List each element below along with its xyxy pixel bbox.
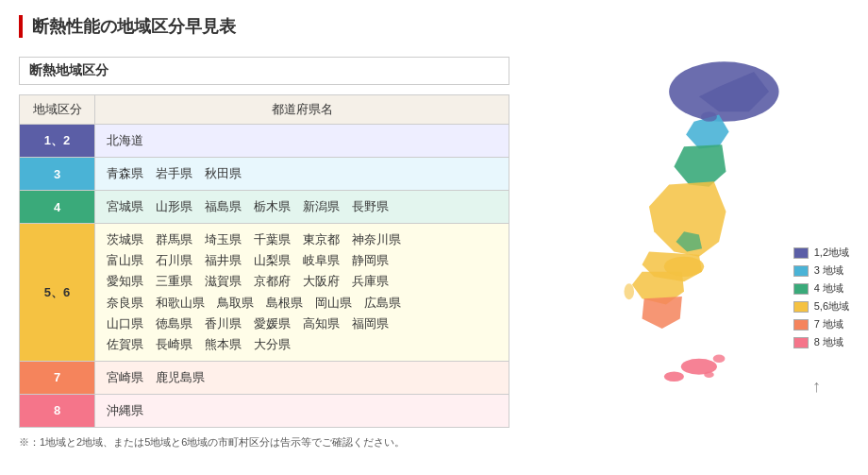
- region-cell: 7: [20, 361, 95, 394]
- legend-color-box: [793, 265, 809, 277]
- section-header: 断熱地域区分: [19, 57, 509, 85]
- legend-label: 5,6地域: [814, 299, 849, 314]
- svg-point-10: [664, 257, 704, 277]
- prefecture-cell: 北海道: [95, 125, 509, 158]
- prefecture-cell: 宮崎県 鹿児島県: [95, 361, 509, 394]
- svg-marker-7: [643, 297, 682, 329]
- prefecture-cell: 青森県 岩手県 秋田県: [95, 158, 509, 191]
- legend-item: 8 地域: [793, 335, 849, 349]
- col-header-prefecture: 都道府県名: [95, 95, 509, 125]
- table-row-row-8: 8沖縄県: [20, 394, 509, 427]
- legend-label: 1,2地域: [814, 246, 849, 260]
- region-cell: 4: [20, 191, 95, 224]
- left-panel: 断熱地域区分 地域区分 都道府県名 1、2北海道3青森県 岩手県 秋田県4宮城県…: [19, 57, 509, 450]
- table-row-row-4: 4宮城県 山形県 福島県 栃木県 新潟県 長野県: [20, 191, 509, 224]
- legend-item: 1,2地域: [793, 246, 849, 260]
- table-row-row-56: 5、6茨城県 群馬県 埼玉県 千葉県 東京都 神奈川県 富山県 石川県 福井県 …: [20, 224, 509, 362]
- map-container: ↑: [547, 57, 830, 406]
- legend-item: 3 地域: [793, 263, 849, 278]
- table-row-row-3: 3青森県 岩手県 秋田県: [20, 158, 509, 191]
- content-area: 断熱地域区分 地域区分 都道府県名 1、2北海道3青森県 岩手県 秋田県4宮城県…: [19, 57, 849, 450]
- table-row-row-7: 7宮崎県 鹿児島県: [20, 361, 509, 394]
- region-cell: 5、6: [20, 224, 95, 362]
- legend-label: 3 地域: [814, 263, 843, 278]
- legend-item: 4 地域: [793, 281, 849, 296]
- svg-point-9: [664, 372, 684, 382]
- japan-map: [547, 57, 821, 397]
- region-table: 地域区分 都道府県名 1、2北海道3青森県 岩手県 秋田県4宮城県 山形県 福島…: [19, 94, 509, 428]
- footnote: ※：1地域と2地域、または5地域と6地域の市町村区分は告示等でご確認ください。: [19, 435, 509, 450]
- prefecture-cell: 沖縄県: [95, 394, 509, 427]
- legend-color-box: [793, 337, 809, 348]
- legend-color-box: [793, 283, 809, 295]
- table-row-row-12: 1、2北海道: [20, 125, 509, 158]
- legend-color-box: [793, 319, 809, 331]
- col-header-region: 地域区分: [20, 95, 95, 125]
- svg-point-13: [624, 283, 634, 299]
- legend-container: 1,2地域3 地域4 地域5,6地域7 地域8 地域: [793, 246, 849, 349]
- svg-point-14: [713, 355, 726, 363]
- prefecture-cell: 茨城県 群馬県 埼玉県 千葉県 東京都 神奈川県 富山県 石川県 福井県 山梨県…: [95, 224, 509, 362]
- main-title-bar: 断熱性能の地域区分早見表: [19, 15, 849, 38]
- legend-color-box: [793, 301, 809, 313]
- region-cell: 1、2: [20, 125, 95, 158]
- svg-marker-3: [674, 144, 726, 186]
- page-container: 断熱性能の地域区分早見表 断熱地域区分 地域区分 都道府県名 1、2北海道3青森…: [0, 0, 868, 465]
- legend-label: 7 地域: [814, 317, 843, 331]
- region-cell: 8: [20, 394, 95, 427]
- legend-item: 7 地域: [793, 317, 849, 331]
- right-panel: ↑ 1,2地域3 地域4 地域5,6地域7 地域8 地域: [528, 57, 849, 450]
- legend-item: 5,6地域: [793, 299, 849, 314]
- legend-label: 4 地域: [814, 281, 843, 296]
- svg-point-15: [704, 372, 714, 378]
- svg-point-11: [701, 111, 717, 122]
- prefecture-cell: 宮城県 山形県 福島県 栃木県 新潟県 長野県: [95, 191, 509, 224]
- region-cell: 3: [20, 158, 95, 191]
- legend-color-box: [793, 247, 809, 259]
- legend-label: 8 地域: [814, 335, 843, 349]
- main-title: 断熱性能の地域区分早見表: [32, 15, 236, 38]
- compass-icon: ↑: [812, 377, 821, 397]
